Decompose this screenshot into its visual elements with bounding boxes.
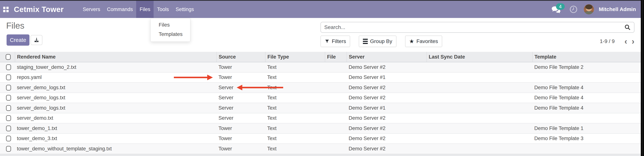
cell-file-type[interactable]: Text [265,62,325,72]
next-page-button[interactable]: › [629,37,637,45]
cell-template[interactable]: Demo File Template 2 [532,62,641,72]
search-input[interactable] [321,24,624,30]
row-select-cell[interactable] [0,93,15,103]
nav-item-settings[interactable]: Settings [172,1,197,18]
nav-item-tools[interactable]: Tools [154,1,172,18]
cell-template[interactable]: Demo File Template 4 [532,82,641,93]
row-select-cell[interactable] [0,144,15,154]
nav-item-commands[interactable]: Commands [104,1,136,18]
right-edge-scrollbar[interactable] [641,0,644,156]
messages-button[interactable]: 4 [551,4,563,15]
cell-rendered-name[interactable]: server_demo_logs.txt [15,103,216,113]
column-header-last-sync-date[interactable]: Last Sync Date [427,52,532,62]
column-header-rendered-name[interactable]: Rendered Name [15,52,216,62]
cell-file-type[interactable]: Text [265,82,325,93]
user-name[interactable]: Mitchell Admin [599,6,636,12]
row-select-cell[interactable] [0,62,15,72]
row-select-cell[interactable] [0,123,15,134]
cell-rendered-name[interactable]: repos.yaml [15,72,216,83]
cell-file-type[interactable]: Text [265,113,325,123]
row-select-checkbox[interactable] [6,105,11,111]
cell-rendered-name[interactable]: staging_tower_demo_2.txt [15,62,216,72]
row-select-checkbox[interactable] [6,136,11,141]
table-row[interactable]: server_demo_logs.txt Server Text Demo Se… [0,93,641,103]
table-row[interactable]: tower_demo_1.txt Tower Text Demo Server … [0,123,641,134]
row-select-cell[interactable] [0,103,15,113]
cell-file[interactable] [325,82,347,93]
select-all-header[interactable] [0,52,15,62]
select-all-checkbox[interactable] [6,54,11,60]
cell-rendered-name[interactable]: server_demo.txt [15,113,216,123]
favorites-button[interactable]: ★ Favorites [405,36,442,47]
cell-template[interactable]: Demo File Template 1 [532,123,641,134]
cell-rendered-name[interactable]: server_demo_logs.txt [15,93,216,103]
dropdown-item-files[interactable]: Files [150,20,190,30]
previous-page-button[interactable]: ‹ [622,37,630,45]
cell-template[interactable] [532,144,641,154]
table-row[interactable]: staging_tower_demo_2.txt Tower Text Demo… [0,62,641,72]
cell-file-type[interactable]: Text [265,103,325,113]
row-select-cell[interactable] [0,82,15,93]
cell-server[interactable]: Demo Server #2 [347,62,427,72]
apps-menu-button[interactable] [0,1,12,18]
column-header-server[interactable]: Server [347,52,427,62]
cell-rendered-name[interactable]: server_demo_logs.txt [15,82,216,93]
cell-file[interactable] [325,123,347,134]
cell-last-sync-date[interactable] [427,113,532,123]
cell-source[interactable]: Server [216,93,265,103]
cell-last-sync-date[interactable] [427,103,532,113]
column-header-template[interactable]: Template [532,52,641,62]
cell-template[interactable]: Demo File Template 4 [532,103,641,113]
cell-file[interactable] [325,134,347,144]
cell-file-type[interactable]: Text [265,134,325,144]
cell-source[interactable]: Tower [216,144,265,154]
cell-last-sync-date[interactable] [427,82,532,93]
column-header-file-type[interactable]: File Type [265,52,325,62]
nav-item-servers[interactable]: Servers [79,1,104,18]
cell-file[interactable] [325,62,347,72]
cell-source[interactable]: Server [216,82,265,93]
row-select-checkbox[interactable] [6,64,11,70]
cell-template[interactable] [532,113,641,123]
cell-last-sync-date[interactable] [427,123,532,134]
cell-file-type[interactable]: Text [265,93,325,103]
table-row[interactable]: server_demo_logs.txt Server Text Demo Se… [0,82,641,93]
cell-source[interactable]: Tower [216,62,265,72]
row-select-checkbox[interactable] [6,95,11,101]
table-row[interactable]: server_demo.txt Server Text Demo Server … [0,113,641,123]
row-select-checkbox[interactable] [6,126,11,131]
row-select-checkbox[interactable] [6,146,11,152]
row-select-cell[interactable] [0,113,15,123]
cell-file-type[interactable]: Text [265,123,325,134]
avatar[interactable] [584,4,594,14]
table-row[interactable]: tower_demo_3.txt Tower Text Demo Server … [0,134,641,144]
cell-source[interactable]: Server [216,103,265,113]
cell-server[interactable]: Demo Server #1 [347,103,427,113]
cell-source[interactable]: Tower [216,134,265,144]
row-select-checkbox[interactable] [6,115,11,121]
cell-rendered-name[interactable]: tower_demo_without_template_staging.txt [15,144,216,154]
import-button[interactable] [30,35,42,45]
cell-server[interactable]: Demo Server #1 [347,72,427,83]
cell-server[interactable]: Demo Server #2 [347,123,427,134]
dropdown-item-templates[interactable]: Templates [150,30,190,39]
table-row[interactable]: server_demo_logs.txt Server Text Demo Se… [0,103,641,113]
cell-server[interactable]: Demo Server #2 [347,144,427,154]
cell-server[interactable]: Demo Server #2 [347,134,427,144]
cell-last-sync-date[interactable] [427,134,532,144]
cell-file-type[interactable]: Text [265,72,325,83]
cell-template[interactable]: Demo File Template 3 [532,134,641,144]
table-row[interactable]: tower_demo_without_template_staging.txt … [0,144,641,154]
cell-server[interactable]: Demo Server #2 [347,93,427,103]
cell-template[interactable] [532,72,641,83]
filters-button[interactable]: Filters [320,36,350,47]
cell-file[interactable] [325,72,347,83]
cell-source[interactable]: Tower [216,72,265,83]
cell-file[interactable] [325,113,347,123]
cell-server[interactable]: Demo Server #2 [347,82,427,93]
nav-item-files[interactable]: Files [136,1,154,18]
cell-last-sync-date[interactable] [427,144,532,154]
create-button[interactable]: Create [6,34,30,46]
table-row[interactable]: repos.yaml Tower Text Demo Server #1 [0,72,641,83]
cell-rendered-name[interactable]: tower_demo_1.txt [15,123,216,134]
